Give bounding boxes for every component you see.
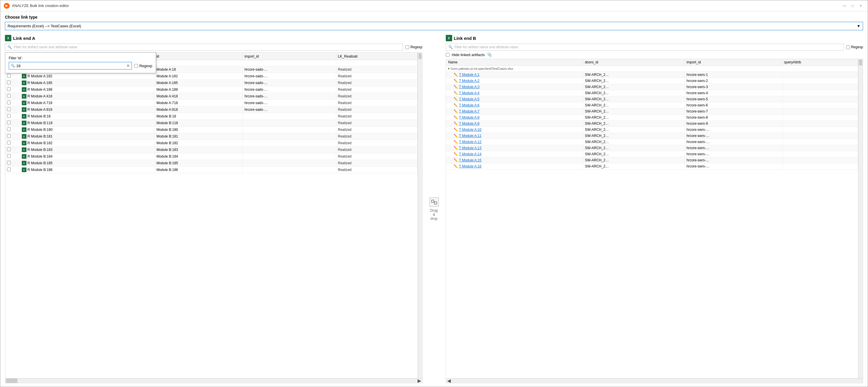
row-checkbox[interactable] [7,81,11,84]
table-row[interactable]: XR Module A:418 Module A:418 hrcore-sads… [5,93,417,100]
minimize-button[interactable]: — [841,3,848,9]
row-checkbox[interactable] [7,107,11,111]
col-header-doors-b[interactable]: doors_id [583,59,685,66]
panels-container: X Link end A 🔍 Filter for artifact name … [5,35,863,383]
excel-row-icon: X [22,100,26,105]
scroll-thumb-a[interactable] [418,53,422,59]
hide-linked-label: Hide linked artifacts [452,53,485,57]
row-checkbox[interactable] [7,127,11,131]
row-checkbox[interactable] [7,168,11,171]
table-row[interactable]: XR Module A:918 Module A:918 hrcore-sads… [5,107,417,113]
row-checkbox[interactable] [7,147,11,151]
row-checkbox[interactable] [7,121,11,124]
col-header-name-b[interactable]: Name [446,59,583,66]
row-checkbox[interactable] [7,161,11,165]
pencil-icon: ✏️ [454,73,458,77]
hscrollbar-a[interactable]: ▶ [5,378,422,383]
table-row[interactable]: ✏️T Module A:14 SW-ARCH_2… hrcore-swrs-… [446,151,858,157]
row-checkbox[interactable] [7,100,11,105]
table-row[interactable]: ✏️T Module A:13 SW-ARCH_2… hrcore-swrs-… [446,145,858,151]
hscroll-arrow-left-b[interactable]: ◀ [446,379,452,383]
pencil-icon: ✏️ [454,79,458,83]
table-row[interactable]: ▾ /com.yakindu.yt.mt.spec/test/TestCases… [446,66,858,72]
svg-rect-1 [434,202,437,204]
row-checkbox[interactable] [7,154,11,158]
row-checkbox[interactable] [7,134,11,138]
col-header-lk-a[interactable]: LK_Realisati [336,53,417,60]
row-checkbox[interactable] [7,87,11,91]
table-row[interactable]: ✏️T Module A:12 SW-ARCH_2… hrcore-swrs-… [446,139,858,145]
maximize-button[interactable]: □ [849,3,856,9]
table-row[interactable]: XR Module B:180 Module B:180 Realized [5,126,417,133]
table-row[interactable]: ✏️T Module A:9 SW-ARCH_2… hrcore-swrs-9 [446,121,858,127]
table-row[interactable]: ✏️T Module A:11 SW-ARCH_2… hrcore-swrs-… [446,133,858,139]
excel-row-icon: X [22,134,26,139]
table-row[interactable]: XR Module A:718 Module A:718 hrcore-sads… [5,100,417,107]
table-row[interactable]: XR Module A:188 Module A:188 hrcore-sads… [5,86,417,93]
hscroll-arrow-right-a[interactable]: ▶ [416,379,422,383]
col-header-import-a[interactable]: import_id [243,53,336,60]
table-row[interactable]: ✏️T Module A:6 SW-ARCH_2… hrcore-swrs-6 [446,102,858,109]
regexp-text-b: Regexp [851,45,863,49]
table-row[interactable]: ✏️T Module A:1 SW-ARCH_2… hrcore-swrs-1 [446,72,858,78]
table-row[interactable]: ✏️T Module A:10 SW-ARCH_2… hrcore-swrs-… [446,127,858,133]
col-header-query-b[interactable]: queryAttrib [782,59,858,66]
scrollbar-a[interactable] [417,53,422,378]
table-row[interactable]: ✏️T Module A:4 SW-ARCH_2… hrcore-swrs-4 [446,90,858,96]
col-header-import-b[interactable]: import_id [685,59,782,66]
table-row[interactable]: XR Module A:182 Module A:182 hrcore-sads… [5,73,417,80]
drag-drop-area[interactable]: Drag & drop [423,35,446,383]
table-row[interactable]: XR Module B:118 Module B:118 Realized [5,120,417,126]
table-row[interactable]: ✏️T Module A:16 SW-ARCH_2… hrcore-swrs-… [446,163,858,170]
row-checkbox[interactable] [7,94,11,98]
filter-popup-regexp-checkbox[interactable] [134,64,138,68]
link-type-dropdown[interactable]: Requirements (Excel) --> TestCases (Exce… [5,22,863,30]
regexp-checkbox-a[interactable] [405,46,409,49]
table-row[interactable]: XR Module B:185 Module B:185 Realized [5,160,417,167]
filter-popup-text-input[interactable] [16,64,125,68]
table-a-container[interactable]: Name id import_id [5,52,423,383]
table-row[interactable]: XR Module B:18 Module B:18 Realized [5,113,417,120]
row-checkbox[interactable] [7,74,11,78]
table-row[interactable]: XR Module B:182 Module B:182 Realized [5,140,417,147]
scroll-thumb-b[interactable] [859,60,862,65]
filter-input-b[interactable]: 🔍 Filter for artifact name and attribute… [446,43,844,51]
drag-drop-icon[interactable] [430,198,439,207]
excel-row-icon: X [22,107,26,112]
row-checkbox[interactable] [7,141,11,145]
regexp-label-a[interactable]: Regexp [405,45,422,49]
table-row[interactable]: XR Module A:185 Module A:185 hrcore-sads… [5,80,417,86]
hscrollbar-b[interactable]: ◀ [446,378,863,383]
hscroll-thumb-a[interactable] [6,379,18,383]
table-row[interactable]: ✏️T Module A:2 SW-ARCH_2… hrcore-swrs-2 [446,78,858,84]
col-header-id-a[interactable]: id [155,53,243,60]
filter-popup-clear-button[interactable]: ✕ [126,63,130,68]
title-bar: ▶ ANALYZE Bulk link creation editor — □ … [0,0,868,11]
excel-row-icon: X [22,161,26,166]
filter-popup-regexp-label[interactable]: Regexp [134,64,152,68]
table-row[interactable]: XR Module B:181 Module B:181 Realized [5,133,417,140]
table-b-container[interactable]: Name doors_id import_id queryAttrib [446,59,863,383]
hide-linked-checkbox[interactable] [446,53,450,57]
row-checkbox[interactable] [7,114,11,118]
filter-popup-input-wrapper: 🔍 ✕ [9,62,132,69]
root-path-b: ▾ /com.yakindu.yt.mt.spec/test/TestCases… [448,67,857,71]
pencil-icon: ✏️ [454,85,458,89]
regexp-label-b[interactable]: Regexp [846,45,863,49]
table-row[interactable]: ✏️T Module A:3 SW-ARCH_2… hrcore-swrs-3 [446,84,858,90]
table-row[interactable]: ✏️T Module A:15 SW-ARCH_2… hrcore-swrs-… [446,157,858,163]
main-window: ▶ ANALYZE Bulk link creation editor — □ … [0,0,868,387]
title-bar-left: ▶ ANALYZE Bulk link creation editor [4,3,69,9]
title-bar-controls: — □ × [841,3,864,9]
filter-input-a[interactable]: 🔍 Filter for artifact name and attribute… [5,43,403,51]
close-button[interactable]: × [857,3,864,9]
table-row[interactable]: XR Module B:184 Module B:184 Realized [5,153,417,160]
table-row[interactable]: XR Module B:186 Module B:186 Realized [5,167,417,173]
scrollbar-b[interactable] [858,59,863,378]
table-row[interactable]: XR Module B:183 Module B:183 Realized [5,147,417,153]
choose-link-type-label: Choose link type [5,15,863,20]
table-row[interactable]: ✏️T Module A:5 SW-ARCH_2… hrcore-swrs-5 [446,96,858,102]
table-row[interactable]: ✏️T Module A:8 SW-ARCH_2… hrcore-swrs-8 [446,115,858,121]
table-row[interactable]: ✏️T Module A:7 SW-ARCH_2… hrcore-swrs-7 [446,109,858,115]
regexp-checkbox-b[interactable] [846,46,850,49]
